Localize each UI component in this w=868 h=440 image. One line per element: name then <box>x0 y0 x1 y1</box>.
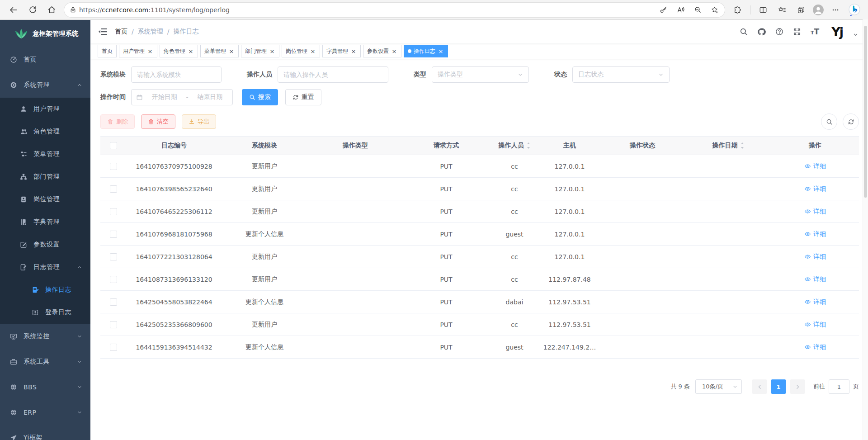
row-checkbox[interactable] <box>110 185 117 193</box>
split-screen-icon[interactable] <box>755 2 771 18</box>
select-all-checkbox[interactable] <box>110 142 117 149</box>
breadcrumb-item[interactable]: 首页 <box>115 28 127 36</box>
sidebar-item-system-monitor[interactable]: 系统监控 <box>0 324 90 349</box>
hamburger-icon[interactable] <box>98 27 108 37</box>
browser-back-icon[interactable] <box>5 2 22 18</box>
tab-menu-mgmt[interactable]: 菜单管理× <box>200 45 239 57</box>
tab-dept-mgmt[interactable]: 部门管理× <box>241 45 279 57</box>
detail-link[interactable]: 详细 <box>804 230 826 238</box>
detail-link[interactable]: 详细 <box>804 298 826 306</box>
sidebar-item-system-mgmt[interactable]: 系统管理 <box>0 72 90 98</box>
page-scrollbar[interactable] <box>863 19 868 440</box>
address-bar[interactable]: https://ccnetcore.com:1101/system/log/op… <box>64 3 725 17</box>
chevron-down-icon[interactable] <box>853 32 858 37</box>
close-icon[interactable]: × <box>310 48 316 55</box>
type-select[interactable]: 操作类型 <box>432 66 529 83</box>
sidebar-item-log-mgmt[interactable]: 日志管理 <box>0 256 90 279</box>
close-icon[interactable]: × <box>269 48 275 55</box>
text-size-icon[interactable]: TT <box>811 28 819 36</box>
sidebar-item-login-log[interactable]: 登录日志 <box>0 301 90 324</box>
sidebar-item-menu-mgmt[interactable]: 菜单管理 <box>0 143 90 166</box>
tab-post-mgmt[interactable]: 岗位管理× <box>282 45 320 57</box>
github-icon[interactable] <box>757 28 766 36</box>
refresh-table-button[interactable] <box>843 114 859 130</box>
search-icon[interactable] <box>740 28 748 36</box>
sidebar-item-home[interactable]: 首页 <box>0 47 90 72</box>
tab-home[interactable]: 首页 <box>98 45 117 57</box>
export-button[interactable]: 导出 <box>182 114 216 129</box>
cell-method: PUT <box>403 208 489 215</box>
show-search-toggle-button[interactable] <box>821 114 837 130</box>
sidebar-item-role-mgmt[interactable]: 角色管理 <box>0 120 90 143</box>
module-input[interactable] <box>131 66 222 83</box>
help-question-icon[interactable] <box>775 28 783 36</box>
tab-param-settings[interactable]: 参数设置× <box>363 45 401 57</box>
row-checkbox[interactable] <box>110 163 117 170</box>
browser-refresh-icon[interactable] <box>24 2 41 18</box>
search-button[interactable]: 搜索 <box>242 89 278 105</box>
sidebar-item-post-mgmt[interactable]: 岗位管理 <box>0 188 90 211</box>
delete-button[interactable]: 删除 <box>100 114 135 129</box>
tab-oper-log[interactable]: 操作日志× <box>404 45 448 57</box>
yj-brand-logo[interactable]: Yj <box>831 25 843 39</box>
collections-icon[interactable] <box>793 2 809 18</box>
close-icon[interactable]: × <box>391 48 397 55</box>
sidebar-item-dict-mgmt[interactable]: 字典管理 <box>0 211 90 233</box>
row-checkbox[interactable] <box>110 208 117 215</box>
close-icon[interactable]: × <box>188 48 194 55</box>
close-icon[interactable]: × <box>147 48 153 55</box>
goto-page-input[interactable] <box>829 379 849 394</box>
operator-input[interactable] <box>278 66 388 83</box>
browser-profile-avatar[interactable] <box>812 4 825 16</box>
status-select[interactable]: 日志状态 <box>572 66 670 83</box>
prev-page-button[interactable] <box>752 379 767 394</box>
sidebar-item-oper-log[interactable]: 操作日志 <box>0 279 90 301</box>
fullscreen-icon[interactable] <box>793 28 801 36</box>
row-checkbox[interactable] <box>110 253 117 260</box>
page-size-select[interactable]: 10条/页 <box>695 379 742 394</box>
detail-link[interactable]: 详细 <box>804 275 826 284</box>
close-icon[interactable]: × <box>438 48 444 55</box>
sidebar-item-yi-framework[interactable]: Yi框架 <box>0 425 90 440</box>
column-header-date[interactable]: 操作日期 <box>685 142 771 150</box>
sidebar-item-erp[interactable]: ERP <box>0 400 90 425</box>
detail-link[interactable]: 详细 <box>804 185 826 193</box>
close-icon[interactable]: × <box>350 48 357 55</box>
row-checkbox[interactable] <box>110 276 117 283</box>
reset-button[interactable]: 重置 <box>285 89 321 105</box>
row-checkbox[interactable] <box>110 298 117 306</box>
column-header-operator[interactable]: 操作人员 <box>489 142 540 150</box>
detail-link[interactable]: 详细 <box>804 321 826 329</box>
detail-link[interactable]: 详细 <box>804 253 826 261</box>
sidebar-item-user-mgmt[interactable]: 用户管理 <box>0 98 90 120</box>
browser-home-icon[interactable] <box>43 2 60 18</box>
detail-link[interactable]: 详细 <box>804 343 826 351</box>
scrollbar-thumb[interactable] <box>864 26 867 198</box>
row-checkbox[interactable] <box>110 231 117 238</box>
favorites-add-icon[interactable] <box>708 4 722 16</box>
clear-button[interactable]: 清空 <box>141 114 175 129</box>
extensions-puzzle-icon[interactable] <box>729 2 745 18</box>
next-page-button[interactable] <box>790 379 805 394</box>
password-key-icon[interactable] <box>656 4 670 16</box>
zoom-out-icon[interactable] <box>690 4 705 16</box>
favorites-bar-icon[interactable] <box>774 2 790 18</box>
sidebar-item-dept-mgmt[interactable]: 部门管理 <box>0 166 90 188</box>
page-number-1[interactable]: 1 <box>771 379 786 394</box>
browser-menu-dots-icon[interactable] <box>827 2 844 18</box>
tab-role-mgmt[interactable]: 角色管理× <box>160 45 198 57</box>
tab-user-mgmt[interactable]: 用户管理× <box>119 45 157 57</box>
close-icon[interactable]: × <box>228 48 235 55</box>
app-logo[interactable]: 意框架管理系统 <box>0 20 90 47</box>
row-checkbox[interactable] <box>110 344 117 351</box>
read-aloud-icon[interactable] <box>673 4 688 16</box>
sidebar-item-system-tools[interactable]: 系统工具 <box>0 349 90 374</box>
detail-link[interactable]: 详细 <box>804 162 826 170</box>
sidebar-item-param-settings[interactable]: 参数设置 <box>0 233 90 256</box>
detail-link[interactable]: 详细 <box>804 208 826 216</box>
bing-copilot-icon[interactable] <box>846 2 863 18</box>
date-range-picker[interactable]: 开始日期 - 结束日期 <box>131 89 233 105</box>
row-checkbox[interactable] <box>110 321 117 328</box>
tab-dict-mgmt[interactable]: 字典管理× <box>322 45 361 57</box>
sidebar-item-bbs[interactable]: BBS <box>0 374 90 400</box>
